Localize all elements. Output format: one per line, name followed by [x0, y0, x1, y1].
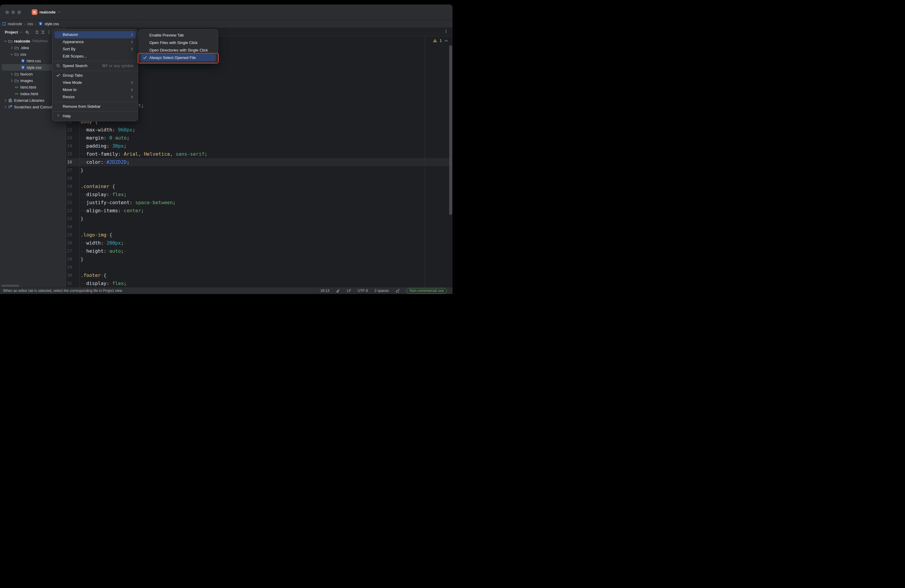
code-line-23[interactable]: 23}	[67, 215, 452, 223]
submenu-arrow-icon	[130, 40, 134, 44]
code-line-19[interactable]: 19.container·{	[67, 182, 452, 191]
code-line-20[interactable]: 20··display:·flex;	[67, 191, 452, 199]
menu-arrow-icon	[130, 88, 134, 92]
menu-item-group-tabs[interactable]: Group Tabs	[54, 72, 136, 79]
file-encoding[interactable]: UTF-8	[358, 289, 368, 293]
line-separator-label: LF	[347, 289, 351, 293]
chevron-right-icon	[3, 99, 8, 102]
code-line-22[interactable]: 22··align-items:·center;	[67, 207, 452, 215]
menu-item-view-mode[interactable]: View Mode	[54, 79, 136, 86]
code-line-16[interactable]: 16··color:·#2D2D2D;	[67, 158, 452, 166]
menu-item-enable-preview-tab[interactable]: Enable Preview Tab	[141, 32, 216, 39]
breadcrumb-separator: ›	[35, 22, 36, 26]
tree-item-label: images	[21, 78, 33, 83]
chevron-up-sm-icon	[444, 39, 448, 43]
chevron-collapsed-icon[interactable]	[10, 72, 14, 76]
indent-style[interactable]: 2 spaces	[375, 289, 389, 293]
code-line-13[interactable]: 13··margin:·0·auto;	[67, 134, 452, 142]
chevron-collapsed-icon[interactable]	[3, 99, 8, 102]
chevron-spacer	[16, 65, 20, 70]
chevron-up-sm-icon	[444, 39, 448, 43]
code-line-28[interactable]: 28}	[67, 255, 452, 263]
help-icon: ?	[56, 114, 60, 118]
code-line-12[interactable]: 12··max-width:·960px;	[67, 126, 452, 134]
chevron-collapsed-icon[interactable]	[3, 105, 8, 109]
line-number: 12	[67, 126, 72, 134]
breadcrumb-label: realcode	[8, 22, 22, 26]
menu-item-open-directories-with-single-click[interactable]: Open Directories with Single Click	[141, 46, 216, 54]
tree-item-label: Scratches and Consoles	[14, 105, 56, 109]
code-line-15[interactable]: 15··font-family:·Arial,·Helvetica,·sans-…	[67, 150, 452, 158]
kebab-icon	[444, 29, 448, 33]
window-controls	[0, 11, 27, 14]
panel-title-chevron-icon[interactable]	[18, 29, 24, 35]
code-line-18[interactable]: 18	[67, 174, 452, 182]
breadcrumb-item-realcode[interactable]: realcode	[2, 22, 22, 26]
help-slot: ?	[56, 114, 61, 119]
menu-item-label: Help	[63, 114, 71, 118]
svg-text:3: 3	[40, 22, 41, 25]
code-line-14[interactable]: 14··padding:·30px;	[67, 142, 452, 150]
menu-item-sort-by[interactable]: Sort By	[54, 46, 136, 53]
vertical-scrollbar-thumb[interactable]	[449, 45, 452, 215]
menu-item-appearance[interactable]: Appearance	[54, 38, 136, 46]
license-badge[interactable]: Non-commercial use	[406, 288, 447, 294]
panel-options-button[interactable]	[46, 29, 52, 35]
caret-position-label: 16:13	[320, 289, 329, 293]
chevron-right-icon	[10, 79, 14, 83]
menu-item-remove-from-sidebar[interactable]: Remove from Sidebar	[54, 103, 136, 110]
line-separator[interactable]: LF	[347, 289, 351, 293]
code-line-27[interactable]: 27··height:·auto;·	[67, 247, 452, 255]
code-line-30[interactable]: 30.footer·{	[67, 271, 452, 279]
editor-options-button[interactable]	[444, 29, 448, 33]
chevron-down-icon	[57, 10, 61, 14]
menu-item-edit-scopes-[interactable]: Edit Scopes...	[54, 53, 136, 60]
caret-position[interactable]: 16:13	[320, 289, 329, 293]
add-button[interactable]	[24, 29, 30, 35]
menu-arrow-icon	[130, 33, 134, 37]
code-line-21[interactable]: 21··justify-content:·space-between;	[67, 199, 452, 207]
read-write-toggle[interactable]	[395, 289, 400, 293]
code-line-29[interactable]: 29	[67, 263, 452, 271]
highlighting-level[interactable]	[336, 289, 340, 293]
inspections-widget[interactable]: 1	[433, 37, 452, 44]
line-number: 29	[67, 263, 72, 271]
close-window-button[interactable]	[5, 11, 9, 14]
menu-item-resize[interactable]: Resize	[54, 94, 136, 100]
chevron-right-icon	[10, 72, 14, 76]
chevron-collapsed-icon[interactable]	[10, 79, 14, 83]
menu-item-shortcut-hint: ⌘F or any symbol	[102, 64, 133, 68]
chevron-expanded-icon[interactable]	[10, 52, 14, 56]
menu-item-open-files-with-single-click[interactable]: Open Files with Single Click	[141, 39, 216, 46]
project-widget[interactable]: R realcode	[32, 9, 61, 15]
collapse-all-button[interactable]	[40, 29, 46, 35]
code-line-31[interactable]: 31··display:·flex;	[67, 279, 452, 288]
menu-item-always-select-opened-file[interactable]: Always Select Opened File	[141, 54, 216, 61]
code-text: .logo-img·{	[81, 231, 112, 239]
code-line-24[interactable]: 24	[67, 223, 452, 231]
libraries-icon	[8, 98, 13, 103]
html-file-icon-slot: <>	[14, 91, 19, 96]
minimize-window-button[interactable]	[11, 11, 15, 14]
breadcrumb-item-style.css[interactable]: 3style.css	[38, 22, 59, 26]
menu-item-behavior[interactable]: Behavior	[54, 31, 136, 38]
menu-arrow-icon	[130, 40, 134, 44]
code-line-17[interactable]: 17}	[67, 166, 452, 174]
menu-item-label: Always Select Opened File	[149, 56, 196, 60]
expand-all-button[interactable]	[34, 29, 40, 35]
code-line-25[interactable]: 25.logo-img·{	[67, 231, 452, 239]
prev-problem-icon[interactable]	[444, 39, 448, 43]
tree-item-label: realcode	[14, 39, 30, 43]
horizontal-scrollbar-thumb[interactable]	[1, 285, 19, 287]
zoom-window-button[interactable]	[17, 11, 21, 14]
menu-arrow-icon	[130, 95, 134, 99]
code-line-26[interactable]: 26··width:·200px;·	[67, 239, 452, 247]
chevron-collapsed-icon[interactable]	[10, 46, 14, 50]
menu-item-help[interactable]: ?Help	[54, 113, 136, 120]
menu-item-label: Open Directories with Single Click	[149, 48, 208, 52]
menu-item-speed-search[interactable]: Speed Search⌘F or any symbol	[54, 62, 136, 70]
menu-arrow-icon	[130, 33, 134, 37]
breadcrumb-item-css[interactable]: css	[27, 22, 33, 26]
chevron-expanded-icon[interactable]	[3, 39, 8, 43]
menu-item-move-to[interactable]: Move to	[54, 86, 136, 94]
